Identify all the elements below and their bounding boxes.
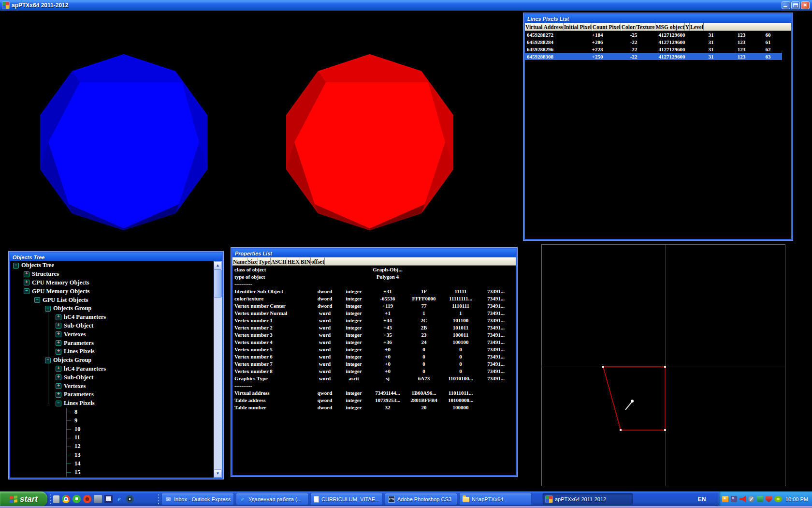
tree-row[interactable]: Sub-Object xyxy=(10,373,222,382)
tree-expand-icon[interactable] xyxy=(56,349,61,355)
tree-expand-icon[interactable] xyxy=(56,366,61,372)
tree-expand-icon[interactable] xyxy=(56,392,61,398)
table-row[interactable]: ---------- xyxy=(232,280,512,287)
volume-icon[interactable] xyxy=(740,496,746,502)
properties-titlebar[interactable]: Properties List xyxy=(232,249,516,257)
opera-icon[interactable] xyxy=(83,495,91,503)
column-header[interactable]: BIN xyxy=(300,257,311,266)
tree-expand-icon[interactable] xyxy=(56,340,61,346)
task-button[interactable]: N:\apPTXx64 xyxy=(459,493,532,505)
column-header[interactable]: Y xyxy=(685,23,690,31)
tree-row[interactable]: Lines Pixels xyxy=(10,399,222,408)
column-header[interactable]: Initial Pixel xyxy=(564,23,592,31)
tree-row[interactable]: 11 xyxy=(10,433,222,442)
language-indicator[interactable]: EN xyxy=(695,494,709,504)
tree-row[interactable]: hC4 Parameters xyxy=(10,313,222,322)
tree-row[interactable]: Parameters xyxy=(10,339,222,347)
clock[interactable]: 10:00 PM xyxy=(785,496,808,502)
objects-tree-titlebar[interactable]: Objects Tree xyxy=(10,253,222,261)
table-row[interactable]: Vertex number 5 word integer +0 0 0 7349… xyxy=(232,345,512,353)
tree-expand-icon[interactable] xyxy=(34,297,40,303)
table-row[interactable]: 6459288296 +228 -22 4127129600 31 123 62 xyxy=(525,45,782,53)
maximize-button[interactable] xyxy=(791,1,800,9)
table-row[interactable]: Vertex number 6 word integer +0 0 0 7349… xyxy=(232,353,512,360)
graphics-tool-icon[interactable] xyxy=(748,496,754,502)
tree-row[interactable]: CPU Memory Objects xyxy=(10,279,222,287)
security-shield-icon[interactable] xyxy=(766,496,772,502)
scroll-down-icon[interactable]: ▼ xyxy=(214,469,222,478)
tree-expand-icon[interactable] xyxy=(66,408,72,417)
polygon-viewport[interactable] xyxy=(541,244,785,486)
tree-row[interactable]: Vertexes xyxy=(10,382,222,390)
column-header[interactable]: Count Pixel xyxy=(592,23,621,31)
column-header[interactable]: HEX xyxy=(287,257,300,266)
notes-icon[interactable] xyxy=(53,495,59,503)
close-button[interactable] xyxy=(801,1,810,9)
task-button[interactable]: Удаленная работа (... xyxy=(236,493,308,505)
table-row[interactable]: Vertex number 3 word integer +35 23 1000… xyxy=(232,331,512,338)
chrome-icon[interactable] xyxy=(62,495,70,503)
tree-expand-icon[interactable] xyxy=(66,425,72,433)
table-row[interactable]: Vertex number 8 word integer +0 0 0 7349… xyxy=(232,367,512,374)
tree-expand-icon[interactable] xyxy=(56,401,61,406)
tree-expand-icon[interactable] xyxy=(56,383,61,389)
task-button[interactable]: Inbox - Outlook Express xyxy=(161,493,234,505)
task-button[interactable]: apPTXx64 2011-2012 xyxy=(542,493,633,505)
tree-row[interactable]: 14 xyxy=(10,459,222,468)
start-button[interactable]: start xyxy=(0,492,47,507)
column-header[interactable]: Level xyxy=(690,23,704,31)
tree-expand-icon[interactable] xyxy=(24,280,29,285)
table-row[interactable]: Identifier Sub-Object dword integer +31 … xyxy=(232,287,512,295)
minimize-button[interactable] xyxy=(782,1,790,9)
tree-row[interactable]: 8 xyxy=(10,408,222,417)
table-row[interactable]: Graphics Type word ascii sj 6A73 1101010… xyxy=(232,374,512,382)
table-row[interactable]: Table number dword integer 32 20 100000 xyxy=(232,403,512,411)
tree-row[interactable]: Parameters xyxy=(10,390,222,399)
network-places-icon[interactable] xyxy=(731,496,737,502)
tree-expand-icon[interactable] xyxy=(56,374,61,380)
tree-expand-icon[interactable] xyxy=(66,459,72,468)
tree-expand-icon[interactable] xyxy=(56,331,61,337)
table-row[interactable]: Vertex number Normal word integer +1 1 1… xyxy=(232,309,512,316)
table-row[interactable]: 6459288308 +250 -22 4127129600 31 123 63 xyxy=(525,53,782,60)
table-row[interactable]: Table address qword integer 10739253... … xyxy=(232,396,512,403)
table-row[interactable]: Vertex number 2 word integer +43 2B 1010… xyxy=(232,324,512,331)
window-titlebar[interactable]: apPTXx64 2011-2012 xyxy=(0,0,812,11)
internet-explorer-icon[interactable] xyxy=(115,495,123,503)
tree-row[interactable]: Structures xyxy=(10,270,222,279)
table-row[interactable]: class of object Graph-Obj... xyxy=(232,266,512,273)
column-header[interactable]: Type xyxy=(258,257,271,266)
tree-row[interactable]: 12 xyxy=(10,442,222,451)
tree-row[interactable]: 13 xyxy=(10,451,222,460)
tree-row[interactable]: 15 xyxy=(10,468,222,477)
monitor-icon[interactable] xyxy=(104,495,113,503)
tree-row[interactable]: Sub-Object xyxy=(10,322,222,330)
column-header[interactable]: Virtual Address xyxy=(525,23,564,31)
column-header[interactable]: Size xyxy=(247,257,258,266)
tree-row[interactable]: 9 xyxy=(10,416,222,425)
column-header[interactable]: MSG object xyxy=(655,23,685,31)
scrollbar-thumb[interactable] xyxy=(214,269,222,298)
column-header[interactable]: offset xyxy=(311,257,325,266)
task-button[interactable]: Adobe Photoshop CS3 xyxy=(385,493,457,505)
table-row[interactable]: 6459288272 +184 -25 4127129600 31 123 60 xyxy=(525,31,782,38)
scroll-up-icon[interactable]: ▲ xyxy=(214,261,222,269)
column-header[interactable]: ASCII xyxy=(271,257,287,266)
tree-row[interactable]: Lines Pixels xyxy=(10,347,222,356)
tree-expand-icon[interactable] xyxy=(66,442,72,451)
tree-expand-icon[interactable] xyxy=(56,323,61,329)
tree-row[interactable]: Objects Group xyxy=(10,356,222,365)
tree-row[interactable]: Objects Tree xyxy=(10,261,222,270)
tree-expand-icon[interactable] xyxy=(56,314,61,320)
tree-row[interactable]: hC4 Parameters xyxy=(10,365,222,374)
green-player-icon[interactable] xyxy=(72,495,81,503)
tree-expand-icon[interactable] xyxy=(66,468,72,477)
media-player-icon[interactable] xyxy=(126,495,134,503)
tree-expand-icon[interactable] xyxy=(13,263,19,269)
tree-row[interactable]: Objects Group xyxy=(10,304,222,313)
app-window-icon[interactable] xyxy=(94,495,102,503)
table-row[interactable]: Virtual address qword integer 73491144..… xyxy=(232,389,512,396)
table-row[interactable]: Vertex number 7 word integer +0 0 0 7349… xyxy=(232,360,512,367)
table-row[interactable]: color/texture dword integer -65536 FFFF0… xyxy=(232,295,512,302)
tree-row[interactable]: 10 xyxy=(10,425,222,433)
